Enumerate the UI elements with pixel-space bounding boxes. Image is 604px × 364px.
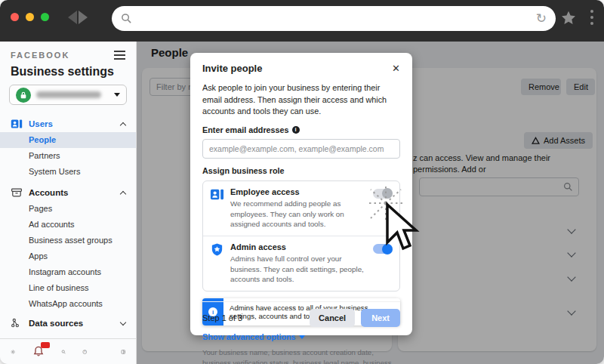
sidebar-title: Business settings: [0, 60, 136, 79]
role-description: Admins have full control over your busin…: [230, 254, 373, 285]
chevron-down-icon: [120, 319, 126, 325]
business-avatar: [16, 88, 31, 103]
sidebar-item-system-users[interactable]: System Users: [0, 164, 136, 180]
close-icon[interactable]: ✕: [392, 63, 400, 73]
next-button[interactable]: Next: [361, 309, 400, 327]
sidebar-item-ad-accounts[interactable]: Ad accounts: [0, 217, 136, 233]
browser-chrome: ↻: [0, 0, 604, 42]
sidebar-item-partners[interactable]: Partners: [0, 148, 136, 164]
chevron-down-icon: [114, 93, 120, 97]
minimize-window-button[interactable]: [26, 13, 34, 21]
employee-badge-icon: [210, 187, 224, 202]
email-label: Enter email addresses: [202, 125, 289, 134]
step-indicator: Step 1 of 3: [202, 313, 242, 322]
browser-menu-icon[interactable]: [590, 10, 593, 25]
role-title: Employee access: [230, 187, 373, 196]
role-description: We recommend adding people as employees.…: [230, 199, 373, 230]
info-icon: i: [292, 126, 300, 134]
address-bar[interactable]: ↻: [112, 6, 556, 31]
admin-access-toggle[interactable]: [373, 244, 393, 254]
facebook-logo: FACEBOOK: [11, 51, 69, 60]
notifications-bell-icon[interactable]: [32, 345, 45, 359]
role-options: Employee access We recommend adding peop…: [202, 180, 400, 292]
zoom-window-button[interactable]: [41, 13, 49, 21]
data-sources-icon: [11, 317, 23, 329]
sidebar-item-people[interactable]: People: [0, 132, 136, 148]
collapse-panel-icon[interactable]: [121, 346, 126, 358]
chevron-down-icon: [299, 335, 305, 339]
sidebar-item-pages[interactable]: Pages: [0, 201, 136, 217]
sidebar-section-label: Data sources: [29, 319, 83, 328]
role-title: Admin access: [230, 242, 373, 251]
sidebar-item-business-asset-groups[interactable]: Business asset groups: [0, 233, 136, 248]
lock-icon: [20, 91, 27, 99]
bookmark-star-icon[interactable]: [560, 10, 577, 29]
notification-badge: [41, 342, 50, 348]
search-icon: [121, 13, 132, 24]
employee-access-option[interactable]: Employee access We recommend adding peop…: [203, 181, 399, 236]
email-addresses-input[interactable]: [202, 139, 400, 159]
role-label: Assign business role: [202, 166, 285, 175]
employee-access-toggle[interactable]: [373, 189, 393, 199]
sidebar-section-users[interactable]: Users: [0, 116, 136, 132]
advanced-link-label: Show advanced options: [202, 332, 296, 341]
browser-window: ↻ FACEBOOK Business settings: [0, 0, 604, 364]
search-icon[interactable]: [61, 346, 66, 358]
modal-title: Invite people: [202, 63, 262, 74]
chevron-up-icon: [120, 190, 126, 196]
accounts-box-icon: [11, 187, 23, 199]
sidebar-section-label: Accounts: [29, 188, 68, 197]
svg-text:?: ?: [84, 350, 85, 353]
admin-shield-icon: [210, 242, 224, 257]
cancel-button[interactable]: Cancel: [310, 309, 355, 327]
sidebar-section-label: Users: [29, 119, 53, 128]
sidebar-item-line-of-business[interactable]: Line of business: [0, 280, 136, 296]
sidebar-section-data-sources[interactable]: Data sources: [0, 315, 136, 332]
chevron-up-icon: [120, 122, 126, 128]
help-icon[interactable]: ?: [82, 346, 88, 358]
sidebar: FACEBOOK Business settings Users People …: [0, 42, 137, 364]
admin-access-option[interactable]: Admin access Admins have full control ov…: [203, 236, 399, 291]
disclosure-text: Your business name, business account cre…: [202, 347, 400, 364]
sidebar-item-whatsapp-accounts[interactable]: WhatsApp accounts: [0, 296, 136, 312]
business-name-redacted: [36, 91, 101, 98]
settings-gear-icon[interactable]: [11, 346, 16, 358]
sidebar-item-apps[interactable]: Apps: [0, 248, 136, 264]
main-content: People Remove Edit Add Assets z can acce…: [137, 42, 604, 364]
back-icon[interactable]: [68, 11, 77, 24]
hamburger-menu-icon[interactable]: [114, 51, 125, 60]
forward-icon[interactable]: [79, 11, 88, 24]
refresh-icon[interactable]: ↻: [536, 12, 547, 25]
business-selector[interactable]: [9, 85, 127, 105]
modal-description: Ask people to join your business by ente…: [202, 82, 400, 118]
users-icon: [11, 118, 23, 130]
show-advanced-options-link[interactable]: Show advanced options: [202, 332, 400, 341]
close-window-button[interactable]: [11, 13, 19, 21]
sidebar-section-accounts[interactable]: Accounts: [0, 184, 136, 201]
sidebar-item-instagram-accounts[interactable]: Instagram accounts: [0, 264, 136, 280]
invite-people-modal: Invite people ✕ Ask people to join your …: [190, 53, 412, 335]
